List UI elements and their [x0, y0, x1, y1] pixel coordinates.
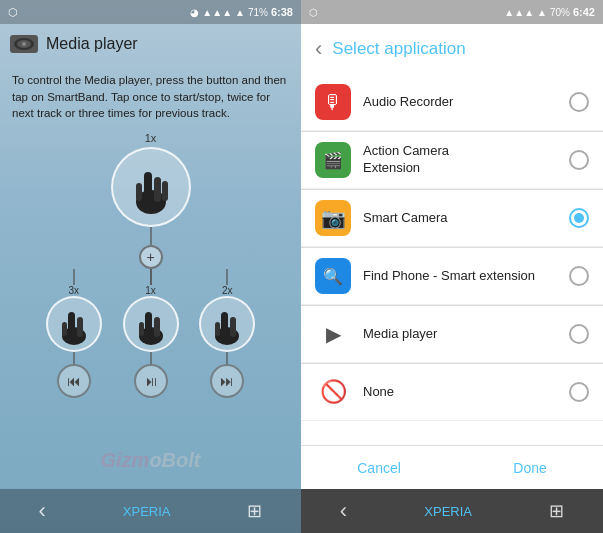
time-right: 6:42 — [573, 6, 595, 18]
none-icon: 🚫 — [315, 374, 351, 410]
app-name-media-player: Media player — [363, 326, 557, 343]
media-player-description: To control the Media player, press the b… — [12, 72, 289, 122]
right-status-bar: ⬡ ▲▲▲ ▲ 70% 6:42 — [301, 0, 603, 24]
left-header-title: Media player — [46, 35, 138, 53]
svg-rect-4 — [144, 172, 152, 204]
smart-camera-icon: 📷 — [315, 200, 351, 236]
left-bottom-nav: ‹ XPERIA ⊞ — [0, 489, 301, 533]
right-header: ‹ Select application — [301, 24, 603, 74]
svg-rect-19 — [215, 322, 220, 336]
signal-icon-r: ▲▲▲ — [504, 7, 534, 18]
app-name-audio-recorder: Audio Recorder — [363, 94, 557, 111]
wifi-icon-r: ▲ — [537, 7, 547, 18]
tap-label-1x-bottom: 1x — [145, 285, 156, 296]
svg-rect-9 — [68, 312, 75, 338]
bluetooth-icon-left: ⬡ — [8, 6, 18, 19]
audio-recorder-icon: 🎙 — [315, 84, 351, 120]
plus-node: + — [139, 245, 163, 269]
left-panel: ⬡ ◕ ▲▲▲ ▲ 71% 6:38 Media player To contr… — [0, 0, 301, 533]
svg-rect-15 — [139, 322, 144, 336]
find-phone-icon: 🔍 — [315, 258, 351, 294]
svg-rect-6 — [162, 181, 168, 201]
wifi-icon: ▲ — [235, 7, 245, 18]
svg-rect-11 — [62, 322, 67, 336]
radio-inner-smart-camera — [574, 213, 584, 223]
xperia-label-left: XPERIA — [123, 504, 171, 519]
svg-rect-17 — [221, 312, 228, 338]
svg-rect-14 — [154, 317, 160, 337]
back-arrow-right[interactable]: ‹ — [315, 36, 322, 62]
tap-label-1x: 1x — [145, 132, 157, 144]
left-content: To control the Media player, press the b… — [0, 64, 301, 489]
gesture-diagram: 1x + 3 — [12, 132, 289, 398]
radio-smart-camera[interactable] — [569, 208, 589, 228]
overview-button-left[interactable]: ⊞ — [247, 500, 262, 522]
radio-media-player[interactable] — [569, 324, 589, 344]
xperia-label-right: XPERIA — [424, 504, 472, 519]
list-item[interactable]: ▶ Media player — [301, 306, 603, 363]
app-name-action-camera: Action CameraExtension — [363, 143, 557, 177]
app-name-none: None — [363, 384, 557, 401]
right-status-right: ▲▲▲ ▲ 70% 6:42 — [504, 6, 595, 18]
svg-rect-5 — [154, 177, 161, 202]
radio-action-camera[interactable] — [569, 150, 589, 170]
time-left: 6:38 — [271, 6, 293, 18]
battery-text-r: 70% — [550, 7, 570, 18]
gesture-circle-3x — [46, 296, 102, 352]
overview-button-right[interactable]: ⊞ — [549, 500, 564, 522]
done-button[interactable]: Done — [513, 460, 546, 476]
control-play: ⏯ — [134, 364, 168, 398]
cancel-button[interactable]: Cancel — [357, 460, 401, 476]
list-item[interactable]: 🎬 Action CameraExtension — [301, 132, 603, 189]
svg-rect-13 — [145, 312, 152, 338]
left-status-right: ◕ ▲▲▲ ▲ 71% 6:38 — [190, 6, 293, 18]
top-gesture: 1x — [111, 132, 191, 227]
radio-find-phone[interactable] — [569, 266, 589, 286]
right-bottom-nav: ‹ XPERIA ⊞ — [301, 489, 603, 533]
media-player-list-icon: ▶ — [315, 316, 351, 352]
list-item[interactable]: 🚫 None — [301, 364, 603, 421]
app-list: 🎙 Audio Recorder 🎬 Action CameraExtensio… — [301, 74, 603, 445]
list-item[interactable]: 🎙 Audio Recorder — [301, 74, 603, 131]
signal-icon: ▲▲▲ — [202, 7, 232, 18]
svg-point-2 — [22, 42, 26, 46]
left-status-icons: ⬡ — [8, 6, 18, 19]
svg-rect-18 — [230, 317, 236, 337]
action-camera-icon: 🎬 — [315, 142, 351, 178]
control-next: ⏭ — [210, 364, 244, 398]
top-gesture-circle — [111, 147, 191, 227]
left-header: Media player — [0, 24, 301, 64]
radio-audio-recorder[interactable] — [569, 92, 589, 112]
list-item[interactable]: 🔍 Find Phone - Smart extension — [301, 248, 603, 305]
media-player-icon — [10, 35, 38, 53]
select-application-title: Select application — [332, 39, 465, 59]
gesture-circle-1x — [123, 296, 179, 352]
v-line-top — [150, 227, 152, 245]
right-status-left: ⬡ — [309, 7, 318, 18]
svg-rect-10 — [77, 317, 83, 337]
left-status-bar: ⬡ ◕ ▲▲▲ ▲ 71% 6:38 — [0, 0, 301, 24]
tap-label-3x: 3x — [69, 285, 80, 296]
gesture-circle-2x — [199, 296, 255, 352]
bt-icon-right: ◕ — [190, 7, 199, 18]
tap-label-2x: 2x — [222, 285, 233, 296]
right-panel: ⬡ ▲▲▲ ▲ 70% 6:42 ‹ Select application 🎙 … — [301, 0, 603, 533]
radio-none[interactable] — [569, 382, 589, 402]
list-item[interactable]: 📷 Smart Camera — [301, 190, 603, 247]
control-prev: ⏮ — [57, 364, 91, 398]
app-name-find-phone: Find Phone - Smart extension — [363, 268, 557, 285]
svg-rect-7 — [136, 183, 142, 201]
back-button-left[interactable]: ‹ — [38, 498, 45, 524]
back-button-right[interactable]: ‹ — [340, 498, 347, 524]
battery-text: 71% — [248, 7, 268, 18]
app-name-smart-camera: Smart Camera — [363, 210, 557, 227]
bt-icon-right2: ⬡ — [309, 7, 318, 18]
dialog-footer: Cancel Done — [301, 445, 603, 489]
